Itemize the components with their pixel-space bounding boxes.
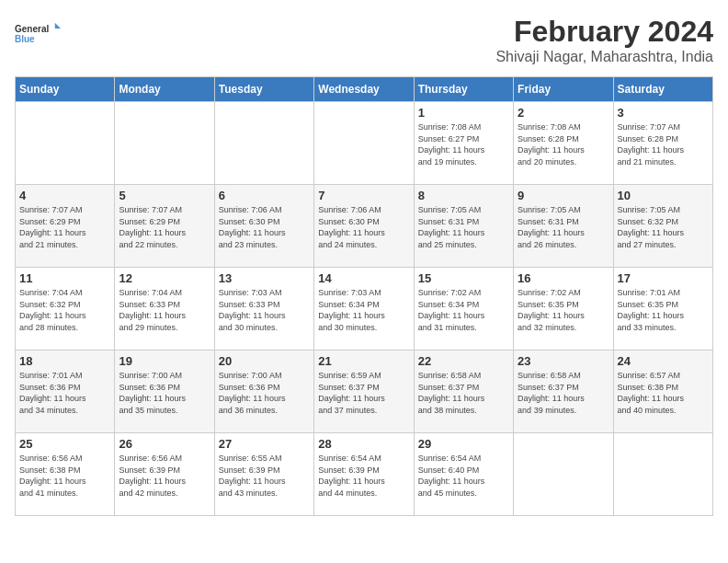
calendar-table: SundayMondayTuesdayWednesdayThursdayFrid… — [15, 76, 713, 516]
day-number: 26 — [119, 437, 210, 451]
day-number: 3 — [618, 106, 709, 120]
calendar-cell: 25Sunrise: 6:56 AM Sunset: 6:38 PM Dayli… — [16, 433, 115, 516]
calendar-cell — [514, 433, 613, 516]
calendar-week-row: 11Sunrise: 7:04 AM Sunset: 6:32 PM Dayli… — [16, 268, 713, 350]
calendar-cell: 21Sunrise: 6:59 AM Sunset: 6:37 PM Dayli… — [314, 350, 414, 433]
calendar-cell: 26Sunrise: 6:56 AM Sunset: 6:39 PM Dayli… — [115, 433, 214, 516]
day-info: Sunrise: 6:58 AM Sunset: 6:37 PM Dayligh… — [418, 370, 509, 416]
day-number: 2 — [518, 106, 609, 120]
calendar-cell: 3Sunrise: 7:07 AM Sunset: 6:28 PM Daylig… — [613, 102, 712, 185]
day-info: Sunrise: 7:01 AM Sunset: 6:35 PM Dayligh… — [618, 287, 709, 333]
weekday-header: Monday — [115, 77, 214, 102]
calendar-cell: 4Sunrise: 7:07 AM Sunset: 6:29 PM Daylig… — [16, 185, 115, 268]
calendar-cell: 5Sunrise: 7:07 AM Sunset: 6:29 PM Daylig… — [115, 185, 214, 268]
calendar-cell: 19Sunrise: 7:00 AM Sunset: 6:36 PM Dayli… — [115, 350, 214, 433]
logo: General Blue — [15, 15, 61, 52]
logo-svg: General Blue — [15, 15, 61, 52]
day-number: 6 — [219, 189, 310, 202]
calendar-week-row: 25Sunrise: 6:56 AM Sunset: 6:38 PM Dayli… — [16, 433, 713, 516]
day-number: 24 — [618, 354, 709, 368]
calendar-cell: 7Sunrise: 7:06 AM Sunset: 6:30 PM Daylig… — [314, 185, 414, 268]
day-number: 27 — [219, 437, 310, 451]
day-number: 1 — [418, 106, 509, 120]
calendar-cell: 24Sunrise: 6:57 AM Sunset: 6:38 PM Dayli… — [613, 350, 712, 433]
day-info: Sunrise: 7:05 AM Sunset: 6:31 PM Dayligh… — [518, 204, 609, 250]
calendar-cell: 6Sunrise: 7:06 AM Sunset: 6:30 PM Daylig… — [214, 185, 313, 268]
day-info: Sunrise: 7:07 AM Sunset: 6:29 PM Dayligh… — [19, 204, 110, 250]
day-info: Sunrise: 7:04 AM Sunset: 6:33 PM Dayligh… — [119, 287, 210, 333]
weekday-header-row: SundayMondayTuesdayWednesdayThursdayFrid… — [16, 77, 713, 102]
day-info: Sunrise: 6:54 AM Sunset: 6:40 PM Dayligh… — [418, 453, 509, 499]
day-number: 29 — [418, 437, 509, 451]
day-number: 23 — [518, 354, 609, 368]
day-info: Sunrise: 7:07 AM Sunset: 6:29 PM Dayligh… — [119, 204, 210, 250]
weekday-header: Thursday — [414, 77, 513, 102]
calendar-cell: 1Sunrise: 7:08 AM Sunset: 6:27 PM Daylig… — [414, 102, 513, 185]
page-header: General Blue February 2024 Shivaji Nagar… — [15, 15, 713, 65]
day-number: 15 — [418, 271, 509, 285]
day-info: Sunrise: 7:03 AM Sunset: 6:34 PM Dayligh… — [318, 287, 409, 333]
calendar-cell: 20Sunrise: 7:00 AM Sunset: 6:36 PM Dayli… — [214, 350, 313, 433]
calendar-cell: 23Sunrise: 6:58 AM Sunset: 6:37 PM Dayli… — [514, 350, 613, 433]
calendar-cell — [115, 102, 214, 185]
calendar-cell — [613, 433, 712, 516]
day-info: Sunrise: 6:58 AM Sunset: 6:37 PM Dayligh… — [518, 370, 609, 416]
day-info: Sunrise: 7:05 AM Sunset: 6:32 PM Dayligh… — [618, 204, 709, 250]
calendar-cell — [314, 102, 414, 185]
day-info: Sunrise: 7:01 AM Sunset: 6:36 PM Dayligh… — [19, 370, 110, 416]
day-number: 16 — [518, 271, 609, 285]
day-number: 17 — [618, 271, 709, 285]
calendar-cell: 8Sunrise: 7:05 AM Sunset: 6:31 PM Daylig… — [414, 185, 513, 268]
calendar-cell: 12Sunrise: 7:04 AM Sunset: 6:33 PM Dayli… — [115, 268, 214, 350]
day-number: 5 — [119, 189, 210, 202]
page-subtitle: Shivaji Nagar, Maharashtra, India — [495, 49, 713, 65]
day-info: Sunrise: 7:00 AM Sunset: 6:36 PM Dayligh… — [219, 370, 310, 416]
day-info: Sunrise: 7:00 AM Sunset: 6:36 PM Dayligh… — [119, 370, 210, 416]
day-info: Sunrise: 6:59 AM Sunset: 6:37 PM Dayligh… — [318, 370, 409, 416]
calendar-cell: 22Sunrise: 6:58 AM Sunset: 6:37 PM Dayli… — [414, 350, 513, 433]
calendar-cell: 10Sunrise: 7:05 AM Sunset: 6:32 PM Dayli… — [613, 185, 712, 268]
calendar-cell: 14Sunrise: 7:03 AM Sunset: 6:34 PM Dayli… — [314, 268, 414, 350]
calendar-week-row: 18Sunrise: 7:01 AM Sunset: 6:36 PM Dayli… — [16, 350, 713, 433]
day-number: 7 — [318, 189, 409, 202]
day-number: 12 — [119, 271, 210, 285]
calendar-cell — [16, 102, 115, 185]
day-info: Sunrise: 7:08 AM Sunset: 6:27 PM Dayligh… — [418, 121, 509, 167]
day-number: 22 — [418, 354, 509, 368]
day-info: Sunrise: 7:08 AM Sunset: 6:28 PM Dayligh… — [518, 121, 609, 167]
calendar-cell: 13Sunrise: 7:03 AM Sunset: 6:33 PM Dayli… — [214, 268, 313, 350]
day-number: 18 — [19, 354, 110, 368]
day-info: Sunrise: 7:02 AM Sunset: 6:35 PM Dayligh… — [518, 287, 609, 333]
day-number: 25 — [19, 437, 110, 451]
svg-marker-2 — [55, 23, 61, 29]
day-number: 13 — [219, 271, 310, 285]
day-info: Sunrise: 7:04 AM Sunset: 6:32 PM Dayligh… — [19, 287, 110, 333]
calendar-cell: 11Sunrise: 7:04 AM Sunset: 6:32 PM Dayli… — [16, 268, 115, 350]
day-info: Sunrise: 6:56 AM Sunset: 6:39 PM Dayligh… — [119, 453, 210, 499]
calendar-cell: 28Sunrise: 6:54 AM Sunset: 6:39 PM Dayli… — [314, 433, 414, 516]
day-number: 19 — [119, 354, 210, 368]
day-info: Sunrise: 7:03 AM Sunset: 6:33 PM Dayligh… — [219, 287, 310, 333]
day-info: Sunrise: 6:54 AM Sunset: 6:39 PM Dayligh… — [318, 453, 409, 499]
day-info: Sunrise: 7:05 AM Sunset: 6:31 PM Dayligh… — [418, 204, 509, 250]
day-info: Sunrise: 7:06 AM Sunset: 6:30 PM Dayligh… — [219, 204, 310, 250]
day-number: 14 — [318, 271, 409, 285]
calendar-cell: 27Sunrise: 6:55 AM Sunset: 6:39 PM Dayli… — [214, 433, 313, 516]
weekday-header: Wednesday — [314, 77, 414, 102]
calendar-cell: 18Sunrise: 7:01 AM Sunset: 6:36 PM Dayli… — [16, 350, 115, 433]
calendar-cell: 16Sunrise: 7:02 AM Sunset: 6:35 PM Dayli… — [514, 268, 613, 350]
calendar-cell: 2Sunrise: 7:08 AM Sunset: 6:28 PM Daylig… — [514, 102, 613, 185]
day-number: 10 — [618, 189, 709, 202]
svg-text:General: General — [15, 24, 49, 34]
day-info: Sunrise: 6:56 AM Sunset: 6:38 PM Dayligh… — [19, 453, 110, 499]
weekday-header: Sunday — [16, 77, 115, 102]
weekday-header: Saturday — [613, 77, 712, 102]
day-info: Sunrise: 7:07 AM Sunset: 6:28 PM Dayligh… — [618, 121, 709, 167]
weekday-header: Tuesday — [214, 77, 313, 102]
calendar-cell — [214, 102, 313, 185]
day-number: 9 — [518, 189, 609, 202]
calendar-cell: 15Sunrise: 7:02 AM Sunset: 6:34 PM Dayli… — [414, 268, 513, 350]
day-number: 4 — [19, 189, 110, 202]
weekday-header: Friday — [514, 77, 613, 102]
day-number: 28 — [318, 437, 409, 451]
